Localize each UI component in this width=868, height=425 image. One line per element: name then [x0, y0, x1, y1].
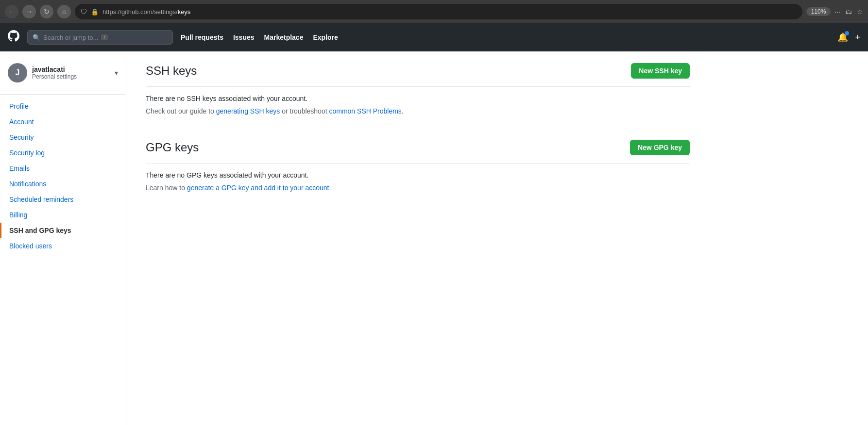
browser-toolbar: ··· 🗂 ☆	[834, 8, 863, 16]
more-options-icon[interactable]: ···	[834, 8, 840, 16]
new-ssh-key-button[interactable]: New SSH key	[631, 63, 690, 79]
sidebar-divider	[0, 94, 126, 95]
sidebar-item-scheduled-reminders[interactable]: Scheduled reminders	[0, 192, 126, 207]
nav-explore[interactable]: Explore	[313, 33, 338, 41]
search-placeholder: Search or jump to...	[43, 34, 98, 41]
ssh-title: SSH keys	[146, 64, 197, 78]
zoom-level: 110%	[806, 7, 831, 16]
lock-icon: 🔒	[91, 8, 99, 16]
header-right: 🔔 +	[837, 32, 860, 43]
address-bar[interactable]: 🛡 🔒 https://github.com/settings/keys	[75, 4, 802, 19]
sidebar: J javatlacati Personal settings ▾ Profil…	[0, 51, 126, 425]
sidebar-dropdown-icon[interactable]: ▾	[115, 69, 118, 77]
sidebar-user: J javatlacati Personal settings ▾	[0, 59, 126, 90]
gpg-helper-text: Learn how to generate a GPG key and add …	[146, 183, 690, 193]
generate-gpg-key-link[interactable]: generate a GPG key and add it to your ac…	[187, 184, 329, 192]
page-wrapper: J javatlacati Personal settings ▾ Profil…	[0, 51, 868, 425]
sidebar-item-blocked-users[interactable]: Blocked users	[0, 238, 126, 254]
reload-button[interactable]: ↻	[40, 5, 53, 18]
gpg-section-header: GPG keys New GPG key	[146, 140, 690, 155]
ssh-helper-text-middle: or troubleshoot	[280, 107, 329, 115]
notifications-bell[interactable]: 🔔	[837, 32, 848, 43]
sidebar-item-billing[interactable]: Billing	[0, 207, 126, 223]
ssh-helper-text-before: Check out our guide to	[146, 107, 216, 115]
pocket-icon[interactable]: 🗂	[845, 8, 852, 16]
ssh-section-body: There are no SSH keys associated with yo…	[146, 86, 690, 124]
create-new-button[interactable]: +	[855, 33, 860, 43]
gpg-section: GPG keys New GPG key There are no GPG ke…	[146, 140, 690, 201]
ssh-section-header: SSH keys New SSH key	[146, 63, 690, 79]
generating-ssh-keys-link[interactable]: generating SSH keys	[216, 107, 280, 115]
sidebar-sublabel: Personal settings	[32, 73, 110, 80]
sidebar-item-security-log[interactable]: Security log	[0, 145, 126, 161]
main-content: SSH keys New SSH key There are no SSH ke…	[126, 51, 709, 425]
sidebar-username: javatlacati	[32, 65, 110, 73]
ssh-helper-text-after: .	[402, 107, 404, 115]
gpg-helper-text-before: Learn how to	[146, 184, 187, 192]
ssh-helper-text: Check out our guide to generating SSH ke…	[146, 106, 690, 116]
browser-bar: ← → ↻ ⌂ 🛡 🔒 https://github.com/settings/…	[0, 0, 868, 23]
url-display: https://github.com/settings/keys	[102, 8, 190, 16]
ssh-empty-message: There are no SSH keys associated with yo…	[146, 95, 690, 102]
search-icon: 🔍	[33, 34, 40, 41]
search-shortcut: /	[101, 34, 107, 40]
forward-button[interactable]: →	[22, 5, 36, 18]
notification-dot	[845, 31, 849, 35]
sidebar-user-info: javatlacati Personal settings	[32, 65, 110, 80]
sidebar-item-security[interactable]: Security	[0, 130, 126, 145]
common-ssh-problems-link[interactable]: common SSH Problems	[329, 107, 401, 115]
back-button[interactable]: ←	[5, 5, 18, 18]
main-nav: Pull requests Issues Marketplace Explore	[181, 33, 338, 41]
sidebar-item-profile[interactable]: Profile	[0, 98, 126, 114]
sidebar-item-account[interactable]: Account	[0, 114, 126, 130]
home-button[interactable]: ⌂	[57, 5, 71, 18]
star-icon[interactable]: ☆	[857, 8, 863, 16]
sidebar-item-keys[interactable]: SSH and GPG keys	[0, 223, 126, 238]
search-box[interactable]: 🔍 Search or jump to... /	[27, 30, 173, 45]
nav-pull-requests[interactable]: Pull requests	[181, 33, 223, 41]
shield-icon: 🛡	[81, 8, 87, 16]
nav-marketplace[interactable]: Marketplace	[264, 33, 304, 41]
github-header: 🔍 Search or jump to... / Pull requests I…	[0, 23, 868, 51]
gpg-helper-text-after: .	[329, 184, 331, 192]
sidebar-item-emails[interactable]: Emails	[0, 161, 126, 176]
gpg-section-body: There are no GPG keys associated with yo…	[146, 163, 690, 201]
nav-issues[interactable]: Issues	[233, 33, 255, 41]
sidebar-item-notifications[interactable]: Notifications	[0, 176, 126, 192]
github-logo[interactable]	[8, 30, 19, 45]
gpg-empty-message: There are no GPG keys associated with yo…	[146, 171, 690, 179]
avatar: J	[8, 63, 27, 82]
new-gpg-key-button[interactable]: New GPG key	[630, 140, 690, 155]
gpg-title: GPG keys	[146, 141, 199, 154]
